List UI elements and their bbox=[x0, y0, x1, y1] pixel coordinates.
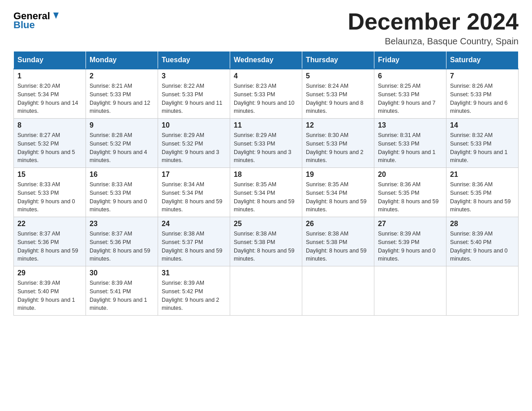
day-info: Sunrise: 8:31 AM Sunset: 5:33 PM Dayligh… bbox=[378, 131, 442, 165]
day-number: 9 bbox=[90, 121, 154, 129]
day-info: Sunrise: 8:36 AM Sunset: 5:35 PM Dayligh… bbox=[378, 180, 442, 214]
day-number: 16 bbox=[90, 171, 154, 179]
calendar-day-cell: 13 Sunrise: 8:31 AM Sunset: 5:33 PM Dayl… bbox=[374, 119, 446, 168]
calendar-day-cell: 23 Sunrise: 8:37 AM Sunset: 5:36 PM Dayl… bbox=[86, 217, 158, 266]
day-info: Sunrise: 8:20 AM Sunset: 5:34 PM Dayligh… bbox=[17, 82, 82, 116]
calendar-day-cell: 8 Sunrise: 8:27 AM Sunset: 5:32 PM Dayli… bbox=[14, 119, 86, 168]
day-number: 10 bbox=[162, 121, 226, 129]
calendar-day-cell: 20 Sunrise: 8:36 AM Sunset: 5:35 PM Dayl… bbox=[374, 168, 446, 217]
day-number: 14 bbox=[450, 121, 515, 129]
day-info: Sunrise: 8:30 AM Sunset: 5:33 PM Dayligh… bbox=[306, 131, 370, 165]
day-info: Sunrise: 8:39 AM Sunset: 5:39 PM Dayligh… bbox=[378, 230, 442, 263]
calendar-day-cell: 29 Sunrise: 8:39 AM Sunset: 5:40 PM Dayl… bbox=[14, 266, 86, 316]
calendar-day-header: Wednesday bbox=[230, 51, 302, 69]
day-number: 6 bbox=[378, 72, 442, 80]
logo-blue: Blue bbox=[13, 19, 35, 31]
logo: General Blue bbox=[13, 11, 60, 31]
day-info: Sunrise: 8:38 AM Sunset: 5:37 PM Dayligh… bbox=[162, 230, 226, 263]
day-number: 28 bbox=[450, 220, 515, 228]
day-info: Sunrise: 8:39 AM Sunset: 5:40 PM Dayligh… bbox=[450, 230, 515, 263]
day-info: Sunrise: 8:39 AM Sunset: 5:40 PM Dayligh… bbox=[17, 279, 82, 313]
day-info: Sunrise: 8:35 AM Sunset: 5:34 PM Dayligh… bbox=[234, 180, 298, 214]
calendar-week-row: 8 Sunrise: 8:27 AM Sunset: 5:32 PM Dayli… bbox=[14, 119, 519, 168]
day-info: Sunrise: 8:22 AM Sunset: 5:33 PM Dayligh… bbox=[162, 82, 226, 116]
calendar-day-cell: 28 Sunrise: 8:39 AM Sunset: 5:40 PM Dayl… bbox=[446, 217, 519, 266]
calendar-day-cell bbox=[230, 266, 302, 316]
day-info: Sunrise: 8:27 AM Sunset: 5:32 PM Dayligh… bbox=[17, 131, 82, 165]
day-info: Sunrise: 8:38 AM Sunset: 5:38 PM Dayligh… bbox=[234, 230, 298, 263]
calendar-day-header: Sunday bbox=[14, 51, 86, 69]
day-number: 31 bbox=[162, 269, 226, 277]
calendar-day-cell: 7 Sunrise: 8:26 AM Sunset: 5:33 PM Dayli… bbox=[446, 69, 519, 119]
page-header: General Blue December 2024 Belaunza, Bas… bbox=[13, 9, 519, 47]
day-info: Sunrise: 8:36 AM Sunset: 5:35 PM Dayligh… bbox=[450, 180, 515, 214]
calendar-day-cell: 24 Sunrise: 8:38 AM Sunset: 5:37 PM Dayl… bbox=[158, 217, 230, 266]
calendar-day-cell: 4 Sunrise: 8:23 AM Sunset: 5:33 PM Dayli… bbox=[230, 69, 302, 119]
calendar-day-cell: 17 Sunrise: 8:34 AM Sunset: 5:34 PM Dayl… bbox=[158, 168, 230, 217]
calendar-day-cell: 6 Sunrise: 8:25 AM Sunset: 5:33 PM Dayli… bbox=[374, 69, 446, 119]
calendar-day-cell: 1 Sunrise: 8:20 AM Sunset: 5:34 PM Dayli… bbox=[14, 69, 86, 119]
calendar-day-cell: 3 Sunrise: 8:22 AM Sunset: 5:33 PM Dayli… bbox=[158, 69, 230, 119]
calendar-day-cell: 18 Sunrise: 8:35 AM Sunset: 5:34 PM Dayl… bbox=[230, 168, 302, 217]
day-info: Sunrise: 8:37 AM Sunset: 5:36 PM Dayligh… bbox=[17, 230, 82, 263]
day-number: 7 bbox=[450, 72, 515, 80]
day-info: Sunrise: 8:39 AM Sunset: 5:41 PM Dayligh… bbox=[90, 279, 154, 313]
day-number: 13 bbox=[378, 121, 442, 129]
day-number: 29 bbox=[17, 269, 82, 277]
calendar-day-header: Monday bbox=[86, 51, 158, 69]
day-number: 24 bbox=[162, 220, 226, 228]
calendar-day-cell: 30 Sunrise: 8:39 AM Sunset: 5:41 PM Dayl… bbox=[86, 266, 158, 316]
day-number: 17 bbox=[162, 171, 226, 179]
day-info: Sunrise: 8:38 AM Sunset: 5:38 PM Dayligh… bbox=[306, 230, 370, 263]
day-info: Sunrise: 8:29 AM Sunset: 5:33 PM Dayligh… bbox=[234, 131, 298, 165]
calendar-day-cell: 21 Sunrise: 8:36 AM Sunset: 5:35 PM Dayl… bbox=[446, 168, 519, 217]
calendar-day-cell: 16 Sunrise: 8:33 AM Sunset: 5:33 PM Dayl… bbox=[86, 168, 158, 217]
calendar-day-cell: 11 Sunrise: 8:29 AM Sunset: 5:33 PM Dayl… bbox=[230, 119, 302, 168]
day-number: 25 bbox=[234, 220, 298, 228]
calendar-day-cell bbox=[446, 266, 519, 316]
calendar-day-cell bbox=[302, 266, 374, 316]
calendar-day-cell: 2 Sunrise: 8:21 AM Sunset: 5:33 PM Dayli… bbox=[86, 69, 158, 119]
day-info: Sunrise: 8:25 AM Sunset: 5:33 PM Dayligh… bbox=[378, 82, 442, 116]
day-info: Sunrise: 8:34 AM Sunset: 5:34 PM Dayligh… bbox=[162, 180, 226, 214]
day-info: Sunrise: 8:24 AM Sunset: 5:33 PM Dayligh… bbox=[306, 82, 370, 116]
day-number: 15 bbox=[17, 171, 82, 179]
day-info: Sunrise: 8:39 AM Sunset: 5:42 PM Dayligh… bbox=[162, 279, 226, 313]
day-info: Sunrise: 8:33 AM Sunset: 5:33 PM Dayligh… bbox=[17, 180, 82, 214]
day-number: 21 bbox=[450, 171, 515, 179]
calendar-day-cell: 19 Sunrise: 8:35 AM Sunset: 5:34 PM Dayl… bbox=[302, 168, 374, 217]
calendar-day-cell: 12 Sunrise: 8:30 AM Sunset: 5:33 PM Dayl… bbox=[302, 119, 374, 168]
day-info: Sunrise: 8:23 AM Sunset: 5:33 PM Dayligh… bbox=[234, 82, 298, 116]
day-info: Sunrise: 8:32 AM Sunset: 5:33 PM Dayligh… bbox=[450, 131, 515, 165]
calendar-day-cell: 31 Sunrise: 8:39 AM Sunset: 5:42 PM Dayl… bbox=[158, 266, 230, 316]
day-number: 30 bbox=[90, 269, 154, 277]
calendar-day-cell: 15 Sunrise: 8:33 AM Sunset: 5:33 PM Dayl… bbox=[14, 168, 86, 217]
day-number: 23 bbox=[90, 220, 154, 228]
calendar-day-cell: 5 Sunrise: 8:24 AM Sunset: 5:33 PM Dayli… bbox=[302, 69, 374, 119]
calendar-day-header: Thursday bbox=[302, 51, 374, 69]
calendar-day-header: Friday bbox=[374, 51, 446, 69]
day-info: Sunrise: 8:28 AM Sunset: 5:32 PM Dayligh… bbox=[90, 131, 154, 165]
day-number: 8 bbox=[17, 121, 82, 129]
location-subtitle: Belaunza, Basque Country, Spain bbox=[348, 36, 519, 47]
day-number: 5 bbox=[306, 72, 370, 80]
calendar-day-cell: 14 Sunrise: 8:32 AM Sunset: 5:33 PM Dayl… bbox=[446, 119, 519, 168]
calendar-day-cell: 9 Sunrise: 8:28 AM Sunset: 5:32 PM Dayli… bbox=[86, 119, 158, 168]
calendar-day-cell bbox=[374, 266, 446, 316]
calendar-week-row: 1 Sunrise: 8:20 AM Sunset: 5:34 PM Dayli… bbox=[14, 69, 519, 119]
calendar-week-row: 29 Sunrise: 8:39 AM Sunset: 5:40 PM Dayl… bbox=[14, 266, 519, 316]
calendar-day-cell: 10 Sunrise: 8:29 AM Sunset: 5:32 PM Dayl… bbox=[158, 119, 230, 168]
day-number: 11 bbox=[234, 121, 298, 129]
day-number: 26 bbox=[306, 220, 370, 228]
day-number: 27 bbox=[378, 220, 442, 228]
day-number: 3 bbox=[162, 72, 226, 80]
day-number: 4 bbox=[234, 72, 298, 80]
day-info: Sunrise: 8:37 AM Sunset: 5:36 PM Dayligh… bbox=[90, 230, 154, 263]
calendar-day-header: Saturday bbox=[446, 51, 519, 69]
calendar-table: SundayMondayTuesdayWednesdayThursdayFrid… bbox=[13, 51, 519, 316]
day-number: 1 bbox=[17, 72, 82, 80]
calendar-day-cell: 27 Sunrise: 8:39 AM Sunset: 5:39 PM Dayl… bbox=[374, 217, 446, 266]
calendar-day-header: Tuesday bbox=[158, 51, 230, 69]
calendar-day-cell: 22 Sunrise: 8:37 AM Sunset: 5:36 PM Dayl… bbox=[14, 217, 86, 266]
day-number: 20 bbox=[378, 171, 442, 179]
